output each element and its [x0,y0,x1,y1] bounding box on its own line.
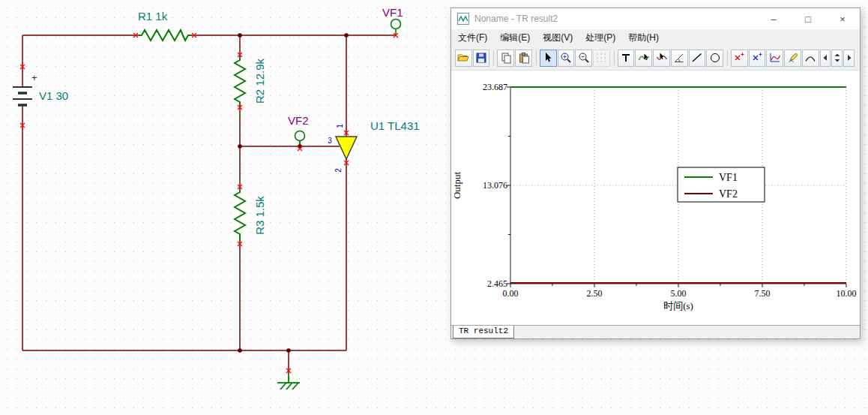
menu-file[interactable]: 文件(F) [458,32,487,44]
zoom-100-button[interactable] [575,50,592,67]
cursor-arrow-icon [542,52,554,64]
xtick-label: 5.00 [671,288,687,299]
toolbar-separator [614,50,615,65]
plot-area: 23.687 13.076 2.465 0.00 2.50 5.00 7.50 … [451,71,860,325]
zoom-in-button[interactable] [558,50,575,67]
save-floppy-icon [475,52,487,64]
grid-tool-button[interactable] [593,50,610,67]
menu-view[interactable]: 视图(V) [543,32,573,44]
close-button[interactable]: × [831,8,854,29]
copy-button[interactable] [497,50,514,67]
left-arrow-icon [822,54,829,62]
zoom-out-icon [578,52,590,64]
tl431-u1[interactable] [336,137,357,159]
ground-symbol[interactable] [277,374,300,389]
axes-tool-button[interactable] [766,50,783,67]
probe-vf2[interactable] [295,131,305,147]
cursor-a-tool-button[interactable] [635,50,652,67]
grid-dots-icon [595,52,607,64]
xtick-label: 0.00 [503,288,519,299]
open-folder-icon [457,52,469,64]
menu-help[interactable]: 帮助(H) [628,32,659,44]
tab-tr-result2[interactable]: TR result2 [453,326,514,338]
plot-axes [507,87,846,287]
resistor-r2[interactable] [235,58,245,104]
right-arrow-icon [846,54,853,62]
angle-icon [673,52,685,64]
pencil-tool-button[interactable] [784,50,801,67]
resistor-r1[interactable] [139,30,191,41]
circuit-schematic: + V1 30 R1 1k R2 12.9k R3 1.5k U1 TL431 … [0,0,450,415]
v1-label[interactable]: V1 30 [39,89,68,102]
ytick-label: 23.687 [483,82,507,92]
window-title: Noname - TR result2 [474,14,750,24]
ellipse-icon [709,52,721,64]
u1-pin3-number: 3 [328,137,332,145]
arc-icon [804,52,816,64]
marker-a-icon [733,52,745,64]
tr-result-plot: 23.687 13.076 2.465 0.00 2.50 5.00 7.50 … [451,71,860,325]
u1-label[interactable]: U1 TL431 [370,119,420,132]
toolbar [451,46,860,71]
axes-curve-icon [769,52,781,64]
menu-edit[interactable]: 编辑(E) [500,32,530,44]
text-tool-icon [620,52,632,64]
open-button[interactable] [455,50,472,67]
vf2-label[interactable]: VF2 [288,114,309,127]
tabbar: TR result2 [451,325,860,338]
screenshot-root: + V1 30 R1 1k R2 12.9k R3 1.5k U1 TL431 … [0,0,868,415]
xtick-label: 10.00 [837,288,857,299]
y-axis-title: Output [451,172,462,200]
ytick-label: 2.465 [487,278,507,289]
xtick-label: 7.50 [755,288,771,299]
x-axis-title: 时间(s) [663,300,693,311]
r1-label[interactable]: R1 1k [138,10,168,23]
wire-net[interactable] [22,35,396,374]
cursor-on-curve-icon [638,52,650,64]
marker-b-icon [751,52,763,64]
spinner-arrows-icon [834,52,841,64]
battery-v1[interactable] [13,87,32,105]
select-tool-button[interactable] [540,50,557,67]
toolbar-separator [727,50,728,65]
paste-button[interactable] [515,50,532,67]
titlebar[interactable]: Noname - TR result2 – □ × [451,8,860,29]
zoom-in-icon [560,52,572,64]
maximize-button[interactable]: □ [797,8,819,29]
toolbar-separator [536,50,537,65]
r2-label[interactable]: R2 12.9k [253,58,266,104]
line-tool-button[interactable] [689,50,706,67]
pencil-icon [787,52,799,64]
text-tool-button[interactable] [618,50,635,67]
line-icon [691,52,703,64]
page-spinner[interactable] [831,50,843,67]
ellipse-tool-button[interactable] [706,50,723,67]
next-page-button[interactable] [843,50,855,67]
ytick-label: 13.076 [483,180,507,191]
marker-b-button[interactable] [749,50,766,67]
app-icon [457,13,469,25]
xtick-label: 2.50 [587,288,603,299]
tr-result-window: Noname - TR result2 – □ × 文件(F) 编辑(E) 视图… [450,8,861,339]
u1-pin1-number: 1 [336,124,344,128]
legend-vf2-label: VF2 [719,188,738,200]
prev-page-button[interactable] [820,50,831,67]
save-button[interactable] [473,50,490,67]
slope-tool-button[interactable] [671,50,688,67]
resistor-r3[interactable] [235,190,245,241]
toolbar-separator [493,50,494,65]
legend-vf1-label: VF1 [719,172,738,183]
r3-label[interactable]: R3 1.5k [253,196,266,235]
minimize-button[interactable]: – [762,8,785,29]
interpolate-tool-button[interactable] [802,50,819,67]
legend-box[interactable]: VF1 VF2 [678,167,765,202]
vf1-label[interactable]: VF1 [382,6,403,19]
copy-icon [500,52,512,64]
paste-icon [518,52,530,64]
probe-vf1[interactable] [391,20,401,36]
cursor-on-curve-icon [656,52,668,64]
menubar: 文件(F) 编辑(E) 视图(V) 处理(P) 帮助(H) [451,29,860,46]
marker-a-button[interactable] [731,50,748,67]
cursor-b-tool-button[interactable] [653,50,670,67]
menu-process[interactable]: 处理(P) [585,32,615,44]
